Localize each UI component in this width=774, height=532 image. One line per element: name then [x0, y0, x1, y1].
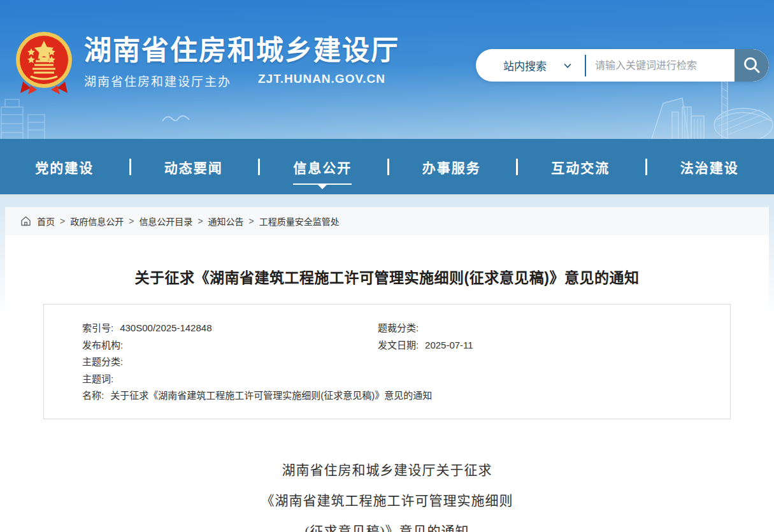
breadcrumb-home[interactable]: 首页 — [37, 215, 55, 227]
document-meta-box: 索引号: 430S00/2025-142848 题裁分类: 发布机构: 发文日期… — [43, 304, 731, 419]
active-tab-indicator — [293, 183, 352, 185]
article-heading-line: 湖南省住房和城乡建设厅关于征求 — [5, 455, 769, 485]
search-input[interactable] — [586, 60, 735, 71]
search-scope-select[interactable]: 站内搜索 — [476, 57, 585, 73]
meta-agency: 发布机构: — [82, 337, 378, 354]
site-sponsor: 湖南省住房和建设厅主办 — [84, 72, 231, 89]
article-heading-line: (征求意见稿)》意见的通知 — [5, 516, 769, 532]
nav-item-news[interactable]: 动态要闻 — [129, 139, 259, 194]
breadcrumb-info-catalog[interactable]: 信息公开目录 — [139, 215, 192, 227]
breadcrumb-notices[interactable]: 通知公告 — [208, 215, 244, 227]
left-buildings-illustration — [0, 96, 96, 139]
article-body: 湖南省住房和城乡建设厅关于征求 《湖南省建筑工程施工许可管理实施细则 (征求意见… — [5, 455, 769, 532]
chevron-down-icon — [563, 61, 572, 70]
site-header: 湖南省住房和城乡建设厅 湖南省住房和建设厅主办 ZJT.HUNAN.GOV.CN… — [0, 0, 774, 139]
meta-name: 名称: 关于征求《湖南省建筑工程施工许可管理实施细则(征求意见稿)》意见的通知 — [82, 387, 711, 405]
nav-item-rule-of-law[interactable]: 法治建设 — [645, 139, 774, 194]
site-title: 湖南省住房和城乡建设厅 — [84, 36, 399, 66]
home-icon — [20, 216, 31, 226]
site-subtitle: 湖南省住房和建设厅主办 ZJT.HUNAN.GOV.CN — [84, 72, 399, 89]
main-nav: 党的建设 动态要闻 信息公开 办事服务 互动交流 法治建设 — [0, 139, 774, 194]
breadcrumb: 首页 > 政府信息公开 > 信息公开目录 > 通知公告 > 工程质量安全监管处 — [5, 207, 769, 235]
site-search: 站内搜索 — [476, 49, 769, 82]
bird-decoration — [161, 112, 190, 124]
search-icon — [742, 55, 762, 76]
meta-date: 发文日期: 2025-07-11 — [378, 337, 711, 354]
nav-item-party-building[interactable]: 党的建设 — [0, 139, 129, 194]
meta-topic: 主题分类: — [82, 354, 711, 371]
nav-item-interaction[interactable]: 互动交流 — [516, 139, 645, 194]
search-scope-label: 站内搜索 — [503, 57, 547, 73]
article-heading-line: 《湖南省建筑工程施工许可管理实施细则 — [5, 485, 769, 516]
content-container: 首页 > 政府信息公开 > 信息公开目录 > 通知公告 > 工程质量安全监管处 … — [5, 207, 769, 532]
search-button[interactable] — [735, 49, 769, 82]
nav-item-information-disclosure[interactable]: 信息公开 — [258, 139, 387, 194]
meta-genre: 题裁分类: — [378, 320, 711, 337]
national-emblem-logo — [11, 29, 76, 96]
site-domain: ZJT.HUNAN.GOV.CN — [258, 72, 385, 89]
nav-item-services[interactable]: 办事服务 — [387, 139, 517, 194]
skyline-illustration — [647, 75, 774, 139]
brand[interactable]: 湖南省住房和城乡建设厅 湖南省住房和建设厅主办 ZJT.HUNAN.GOV.CN — [11, 29, 399, 96]
document-title: 关于征求《湖南省建筑工程施工许可管理实施细则(征求意见稿)》意见的通知 — [5, 266, 769, 287]
meta-keywords: 主题词: — [82, 371, 711, 388]
breadcrumb-current-dept[interactable]: 工程质量安全监管处 — [259, 215, 340, 227]
meta-index: 索引号: 430S00/2025-142848 — [82, 320, 378, 337]
breadcrumb-gov-info[interactable]: 政府信息公开 — [70, 215, 124, 227]
